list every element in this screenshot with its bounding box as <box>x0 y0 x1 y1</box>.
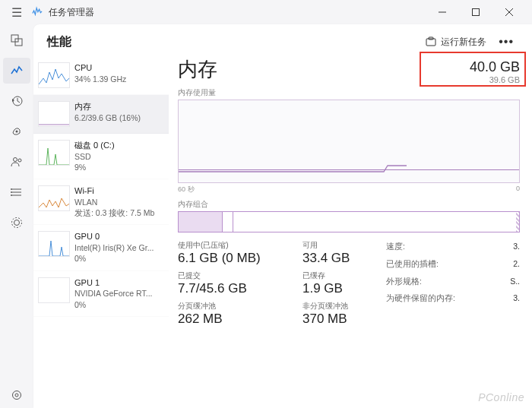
list-sub: NVIDIA GeForce RT... <box>74 288 153 299</box>
composition-label: 内存组合 <box>178 199 520 210</box>
list-label: GPU 0 <box>74 231 154 242</box>
stat-value: 262 MB <box>178 312 292 327</box>
meta-label: 为硬件保留的内存: <box>386 292 455 305</box>
mem-total: 40.0 GB <box>470 59 520 75</box>
list-label: CPU <box>74 62 126 74</box>
rail-processes[interactable] <box>3 27 30 53</box>
axis-right: 0 <box>516 185 520 195</box>
mem-available-top: 39.6 GB <box>470 75 520 84</box>
stat-label: 使用中(已压缩) <box>178 240 292 251</box>
list-sub: 0% <box>74 299 153 310</box>
run-new-task-button[interactable]: 运行新任务 <box>420 33 492 52</box>
list-sub: 9% <box>74 162 115 172</box>
rail-services[interactable] <box>3 210 30 236</box>
meta-label: 已使用的插槽: <box>386 258 439 270</box>
meta-label: 速度: <box>386 240 405 253</box>
detail-panel: 内存 40.0 GB 39.6 GB 内存使用量 60 秒 0 内存组合 <box>169 56 532 408</box>
list-item-wifi[interactable]: Wi-FiWLAN发送: 0.3 接收: 7.5 Mb <box>33 179 169 225</box>
stat-label: 已缓存 <box>302 270 375 281</box>
list-sub: 34% 1.39 GHz <box>74 74 126 84</box>
svg-point-18 <box>13 391 21 400</box>
list-sub: SSD <box>74 151 115 162</box>
svg-point-17 <box>12 218 22 228</box>
stat-label: 可用 <box>302 240 375 251</box>
list-item-gpu0[interactable]: GPU 0Intel(R) Iris(R) Xe Gr...0% <box>33 225 169 270</box>
svg-point-9 <box>18 159 21 162</box>
meta-value: 2. <box>513 258 520 270</box>
list-sub: Intel(R) Iris(R) Xe Gr... <box>74 242 154 253</box>
stat-value: 370 MB <box>302 312 375 327</box>
stat-label: 已提交 <box>178 270 292 281</box>
svg-point-16 <box>14 220 20 226</box>
stat-value: 1.9 GB <box>302 281 375 296</box>
minimize-button[interactable] <box>426 1 459 24</box>
stat-value: 6.1 GB (0 MB) <box>178 251 292 266</box>
svg-point-14 <box>11 191 12 193</box>
titlebar: ☰ 任务管理器 <box>0 0 532 24</box>
rail-performance[interactable] <box>3 58 30 84</box>
list-item-cpu[interactable]: CPU34% 1.39 GHz <box>33 56 169 95</box>
app-icon <box>32 5 44 19</box>
hamburger-button[interactable]: ☰ <box>6 5 27 20</box>
gpu0-sparkline <box>38 231 70 257</box>
svg-point-15 <box>11 195 12 196</box>
more-button[interactable]: ••• <box>492 32 520 52</box>
list-item-disk[interactable]: 磁盘 0 (C:)SSD9% <box>33 134 169 179</box>
list-label: 内存 <box>74 101 141 112</box>
close-button[interactable] <box>492 1 526 24</box>
list-item-gpu1[interactable]: GPU 1NVIDIA GeForce RT...0% <box>33 271 169 317</box>
run-task-label: 运行新任务 <box>441 36 486 49</box>
composition-bar <box>178 211 520 232</box>
list-sub: 发送: 0.3 接收: 7.5 Mb <box>74 207 154 218</box>
app-title: 任务管理器 <box>49 6 94 19</box>
svg-point-19 <box>15 394 18 397</box>
usage-graph-label: 内存使用量 <box>178 87 520 98</box>
meta-value: 3. <box>513 292 520 305</box>
memory-sparkline <box>38 101 70 127</box>
meta-label: 外形规格: <box>386 275 422 288</box>
stat-value: 7.7/45.6 GB <box>178 281 292 296</box>
svg-point-13 <box>11 188 12 190</box>
meta-value: 3. <box>513 240 520 253</box>
run-task-icon <box>426 36 436 47</box>
disk-sparkline <box>38 140 70 166</box>
nav-rail <box>0 24 33 408</box>
list-label: 磁盘 0 (C:) <box>74 140 115 151</box>
svg-point-8 <box>14 158 17 162</box>
cpu-sparkline <box>38 62 70 88</box>
list-label: Wi-Fi <box>74 185 154 197</box>
axis-left: 60 秒 <box>178 185 195 195</box>
stat-value: 33.4 GB <box>302 251 375 266</box>
list-sub: WLAN <box>74 197 154 207</box>
svg-point-7 <box>16 131 18 133</box>
rail-history[interactable] <box>3 88 30 114</box>
list-sub: 6.2/39.6 GB (16%) <box>74 112 141 123</box>
stats-grid: 使用中(已压缩)6.1 GB (0 MB) 已提交7.7/45.6 GB 分页缓… <box>178 240 520 327</box>
rail-startup[interactable] <box>3 119 30 144</box>
content-panel: 性能 运行新任务 ••• CPU34% 1.39 GHz 内存6.2/39.6 … <box>33 24 532 408</box>
wifi-sparkline <box>38 185 70 211</box>
rail-settings[interactable] <box>3 382 30 408</box>
rail-details[interactable] <box>3 179 30 205</box>
maximize-button[interactable] <box>459 1 492 24</box>
list-label: GPU 1 <box>74 277 153 289</box>
page-title: 性能 <box>47 34 71 50</box>
list-sub: 0% <box>74 253 154 264</box>
resource-list: CPU34% 1.39 GHz 内存6.2/39.6 GB (16%) 磁盘 0… <box>33 56 169 408</box>
stat-label: 非分页缓冲池 <box>302 301 375 312</box>
rail-users[interactable] <box>3 149 30 175</box>
detail-title: 内存 <box>178 56 217 83</box>
usage-graph <box>178 100 520 183</box>
meta-value: S.. <box>510 275 520 288</box>
gpu1-sparkline <box>38 277 70 303</box>
svg-rect-1 <box>473 9 480 16</box>
list-item-memory[interactable]: 内存6.2/39.6 GB (16%) <box>33 95 169 134</box>
stat-label: 分页缓冲池 <box>178 301 292 312</box>
